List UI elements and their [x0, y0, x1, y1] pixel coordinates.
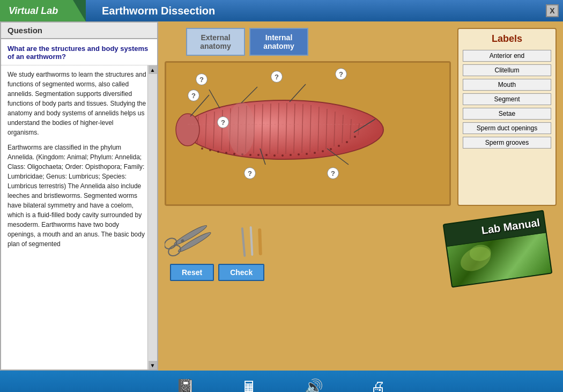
- svg-point-31: [273, 154, 276, 157]
- scrollbar[interactable]: ▲ ▼: [147, 65, 157, 369]
- external-anatomy-tab[interactable]: Externalanatomy: [186, 28, 245, 56]
- q-mark-2[interactable]: ?: [188, 90, 199, 101]
- internal-anatomy-tab[interactable]: Internalanatomy: [249, 28, 308, 56]
- tools-area: [165, 222, 317, 260]
- svg-point-55: [167, 243, 183, 258]
- q-mark-5[interactable]: ?: [335, 68, 347, 80]
- anatomy-tabs: Externalanatomy Internalanatomy: [165, 28, 451, 56]
- lab-manual-image: [447, 232, 551, 286]
- label-clitellum[interactable]: Clitellum: [463, 64, 551, 76]
- svg-point-22: [201, 147, 203, 150]
- svg-rect-59: [258, 228, 262, 255]
- svg-point-42: [228, 102, 255, 156]
- label-sperm-duct[interactable]: Sperm duct openings: [463, 122, 551, 134]
- svg-line-47: [290, 84, 306, 102]
- svg-point-36: [314, 152, 316, 154]
- title-bar: Virtual Lab Earthworm Dissection X: [0, 0, 563, 21]
- app-name-section: Virtual Lab: [0, 0, 86, 21]
- scissors-icon: [165, 222, 229, 260]
- svg-point-34: [298, 153, 300, 156]
- svg-point-24: [217, 151, 219, 153]
- svg-point-33: [290, 154, 292, 156]
- svg-point-37: [322, 150, 324, 152]
- lab-title-section: Earthworm Dissection: [86, 0, 563, 21]
- tweezers-icon: [232, 222, 317, 260]
- anatomy-area: Externalanatomy Internalanatomy: [165, 28, 451, 206]
- svg-point-39: [338, 145, 340, 147]
- audio-icon: 🔊: [305, 378, 323, 392]
- svg-point-43: [176, 114, 199, 146]
- label-mouth[interactable]: Mouth: [463, 79, 551, 91]
- q-mark-7[interactable]: ?: [327, 167, 339, 179]
- label-anterior-end[interactable]: Anterior end: [463, 50, 551, 62]
- bottom-toolbar: 📓 Journal 🖩 Calculator 🔊 Audio 🖨 Print: [0, 371, 563, 392]
- svg-point-32: [282, 154, 284, 157]
- toolbar-journal[interactable]: 📓 Journal: [153, 371, 217, 392]
- top-section: Externalanatomy Internalanatomy: [165, 28, 557, 206]
- svg-point-28: [249, 154, 251, 156]
- q-mark-4[interactable]: ?: [271, 71, 283, 83]
- svg-point-25: [225, 152, 227, 154]
- labels-panel: Labels Anterior end Clitellum Mouth Segm…: [457, 28, 557, 206]
- question-body: We study earthworms to learn the structu…: [1, 65, 157, 369]
- svg-point-0: [185, 100, 383, 159]
- main-layout: Question What are the structures and bod…: [0, 21, 563, 371]
- scroll-up[interactable]: ▲: [149, 65, 157, 74]
- label-segment[interactable]: Segment: [463, 93, 551, 105]
- toolbar-print[interactable]: 🖨 Print: [346, 371, 410, 392]
- body-text-1: We study earthworms to learn the structu…: [8, 70, 146, 137]
- right-panel: Externalanatomy Internalanatomy: [158, 21, 563, 371]
- reset-button[interactable]: Reset: [170, 264, 214, 281]
- app-name: Virtual Lab: [9, 5, 58, 17]
- question-body-wrapper: We study earthworms to learn the structu…: [1, 65, 157, 369]
- q-mark-6[interactable]: ?: [244, 167, 256, 179]
- body-text-2: Earthworms are classified in the phylum …: [8, 143, 146, 249]
- svg-point-23: [209, 149, 211, 151]
- svg-rect-57: [241, 227, 246, 257]
- svg-point-38: [330, 148, 332, 150]
- label-sperm-grooves[interactable]: Sperm grooves: [463, 137, 551, 149]
- labels-title: Labels: [463, 33, 551, 45]
- svg-point-41: [354, 136, 356, 138]
- label-setae[interactable]: Setae: [463, 108, 551, 120]
- worm-display: ? ? ? ? ? ? ?: [165, 61, 451, 206]
- journal-icon: 📓: [176, 378, 195, 392]
- svg-point-30: [265, 154, 268, 156]
- svg-line-50: [209, 90, 220, 108]
- worm-svg: [172, 65, 413, 194]
- svg-point-26: [233, 153, 235, 155]
- toolbar-audio[interactable]: 🔊 Audio: [282, 371, 346, 392]
- svg-rect-58: [250, 226, 254, 256]
- check-button[interactable]: Check: [218, 264, 264, 281]
- q-mark-3[interactable]: ?: [217, 116, 229, 128]
- svg-line-46: [241, 87, 257, 103]
- left-panel: Question What are the structures and bod…: [0, 21, 158, 371]
- calculator-icon: 🖩: [242, 378, 257, 392]
- svg-point-54: [165, 236, 179, 251]
- question-header: Question: [1, 23, 157, 39]
- svg-point-40: [346, 141, 348, 143]
- question-title: What are the structures and body systems…: [1, 39, 157, 65]
- toolbar-calculator[interactable]: 🖩 Calculator: [217, 371, 282, 392]
- close-button[interactable]: X: [546, 4, 559, 17]
- q-mark-1[interactable]: ?: [196, 73, 208, 85]
- lab-manual[interactable]: Lab Manual: [443, 210, 553, 287]
- action-buttons: Reset Check: [165, 264, 317, 284]
- svg-point-35: [306, 153, 308, 155]
- lab-title: Earthworm Dissection: [102, 5, 215, 17]
- svg-point-29: [257, 154, 260, 156]
- scroll-down[interactable]: ▼: [149, 361, 157, 369]
- print-icon: 🖨: [371, 378, 386, 392]
